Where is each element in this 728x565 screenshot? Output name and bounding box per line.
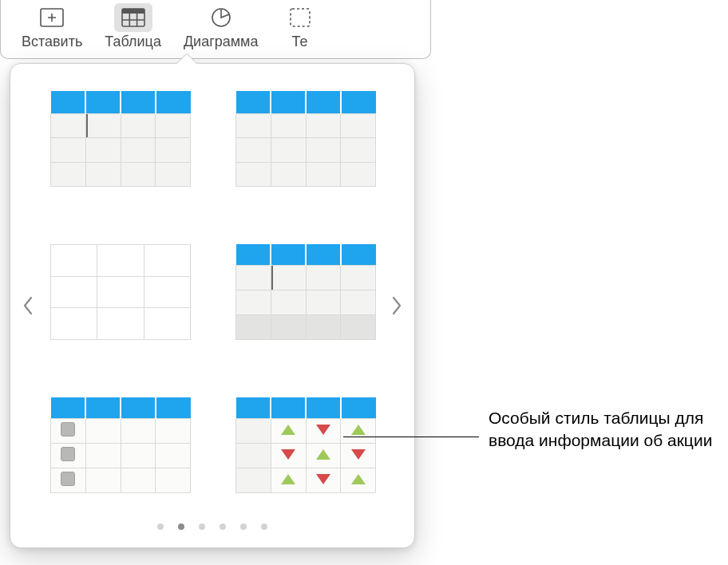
toolbar-item-label: Таблица <box>105 34 161 50</box>
popover-body <box>10 63 415 548</box>
toolbar-item-text[interactable]: Те <box>270 3 330 50</box>
table-style-thumb-2[interactable] <box>235 91 376 187</box>
page-dot[interactable] <box>240 524 247 530</box>
page-dot[interactable] <box>178 524 184 530</box>
toolbar-item-insert[interactable]: Вставить <box>10 3 93 50</box>
triangle-up-icon <box>281 474 295 484</box>
text-icon <box>281 3 319 32</box>
triangle-down-icon <box>316 425 330 435</box>
insert-icon <box>33 3 71 32</box>
table-icon <box>114 3 152 32</box>
triangle-down-icon <box>316 474 330 484</box>
triangle-down-icon <box>351 449 366 460</box>
callout-text: Особый стиль таблицы для ввода информаци… <box>489 407 720 452</box>
toolbar: Вставить Таблица Диаграмма <box>0 0 431 59</box>
popover-arrow <box>176 53 196 64</box>
table-style-thumb-3[interactable] <box>50 244 191 340</box>
table-style-thumb-4[interactable] <box>235 244 376 340</box>
toolbar-item-label: Диаграмма <box>184 34 259 50</box>
checkbox-icon <box>61 422 75 437</box>
toolbar-item-label: Те <box>292 34 308 50</box>
table-styles-popover <box>10 63 415 548</box>
toolbar-item-label: Вставить <box>22 34 82 50</box>
checkbox-icon <box>61 447 75 461</box>
svg-rect-4 <box>122 9 144 14</box>
page-dot[interactable] <box>220 524 226 530</box>
table-style-thumb-stock[interactable] <box>235 397 376 493</box>
table-styles-grid <box>50 88 374 512</box>
page-dot[interactable] <box>199 524 205 530</box>
checkbox-icon <box>61 472 75 486</box>
svg-rect-9 <box>291 9 310 26</box>
page-dot[interactable] <box>157 524 164 530</box>
toolbar-item-chart[interactable]: Диаграмма <box>172 3 270 50</box>
toolbar-item-table[interactable]: Таблица <box>93 3 172 50</box>
triangle-up-icon <box>351 474 366 484</box>
page-dot[interactable] <box>261 524 267 530</box>
triangle-up-icon <box>281 425 295 435</box>
table-style-thumb-1[interactable] <box>50 91 191 187</box>
chart-icon <box>202 3 240 32</box>
callout-leader-line <box>343 437 479 437</box>
triangle-up-icon <box>351 425 366 435</box>
next-page-button[interactable] <box>385 290 409 322</box>
page-dots <box>50 512 374 533</box>
prev-page-button[interactable] <box>16 290 40 322</box>
table-style-thumb-5[interactable] <box>50 397 191 493</box>
triangle-up-icon <box>316 449 330 460</box>
triangle-down-icon <box>281 449 295 460</box>
